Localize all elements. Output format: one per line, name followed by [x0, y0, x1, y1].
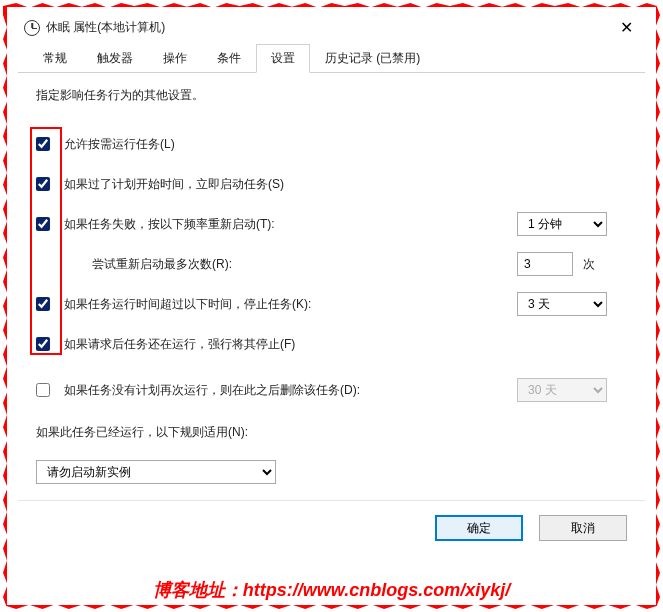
- close-icon[interactable]: ✕: [614, 18, 639, 37]
- row-force-stop: 如果请求后任务还在运行，强行将其停止(F): [36, 332, 627, 356]
- annotation-highlight-box: [30, 127, 62, 355]
- input-retry-count[interactable]: [517, 252, 573, 276]
- label-already-running: 如果此任务已经运行，以下规则适用(N):: [36, 424, 627, 441]
- settings-panel: 指定影响任务行为的其他设置。 允许按需运行任务(L) 如果过了计划开始时间，立即…: [18, 73, 645, 500]
- suffix-retry-count: 次: [583, 256, 595, 273]
- label-run-asap: 如果过了计划开始时间，立即启动任务(S): [64, 176, 627, 193]
- select-restart-interval[interactable]: 1 分钟: [517, 212, 607, 236]
- watermark-text: 博客地址：https://www.cnblogs.com/xiykj/: [0, 578, 663, 602]
- row-stop-runtime: 如果任务运行时间超过以下时间，停止任务(K): 3 天: [36, 292, 627, 316]
- label-allow-demand: 允许按需运行任务(L): [64, 136, 627, 153]
- label-delete-after: 如果任务没有计划再次运行，则在此之后删除该任务(D):: [64, 382, 517, 399]
- checkbox-delete-after[interactable]: [36, 383, 50, 397]
- label-restart-fail: 如果任务失败，按以下频率重新启动(T):: [64, 216, 517, 233]
- select-already-running[interactable]: 请勿启动新实例: [36, 460, 276, 484]
- tab-history[interactable]: 历史记录 (已禁用): [310, 44, 435, 73]
- checkbox-stop-runtime[interactable]: [36, 297, 50, 311]
- tab-triggers[interactable]: 触发器: [82, 44, 148, 73]
- label-stop-runtime: 如果任务运行时间超过以下时间，停止任务(K):: [64, 296, 517, 313]
- checkbox-force-stop[interactable]: [36, 337, 50, 351]
- clock-icon: [24, 20, 40, 36]
- label-force-stop: 如果请求后任务还在运行，强行将其停止(F): [64, 336, 627, 353]
- tab-strip: 常规 触发器 操作 条件 设置 历史记录 (已禁用): [18, 43, 645, 73]
- window-title: 休眠 属性(本地计算机): [46, 19, 614, 36]
- row-retry-count: 尝试重新启动最多次数(R): 次: [36, 252, 627, 276]
- label-retry-count: 尝试重新启动最多次数(R):: [64, 256, 517, 273]
- row-restart-fail: 如果任务失败，按以下频率重新启动(T): 1 分钟: [36, 212, 627, 236]
- panel-description: 指定影响任务行为的其他设置。: [36, 87, 627, 104]
- dialog-button-row: 确定 取消: [18, 500, 645, 555]
- checkbox-allow-demand[interactable]: [36, 137, 50, 151]
- tab-conditions[interactable]: 条件: [202, 44, 256, 73]
- tab-settings[interactable]: 设置: [256, 44, 310, 73]
- row-delete-after: 如果任务没有计划再次运行，则在此之后删除该任务(D): 30 天: [36, 378, 627, 402]
- row-allow-demand: 允许按需运行任务(L): [36, 132, 627, 156]
- dialog-window: 休眠 属性(本地计算机) ✕ 常规 触发器 操作 条件 设置 历史记录 (已禁用…: [18, 18, 645, 552]
- cancel-button[interactable]: 取消: [539, 515, 627, 541]
- checkbox-run-asap[interactable]: [36, 177, 50, 191]
- ok-button[interactable]: 确定: [435, 515, 523, 541]
- tab-general[interactable]: 常规: [28, 44, 82, 73]
- row-run-asap: 如果过了计划开始时间，立即启动任务(S): [36, 172, 627, 196]
- tab-actions[interactable]: 操作: [148, 44, 202, 73]
- row-already-running-label: 如果此任务已经运行，以下规则适用(N):: [36, 420, 627, 444]
- row-already-running-select: 请勿启动新实例: [36, 460, 627, 484]
- select-stop-runtime[interactable]: 3 天: [517, 292, 607, 316]
- select-delete-after: 30 天: [517, 378, 607, 402]
- checkbox-restart-fail[interactable]: [36, 217, 50, 231]
- titlebar: 休眠 属性(本地计算机) ✕: [18, 18, 645, 37]
